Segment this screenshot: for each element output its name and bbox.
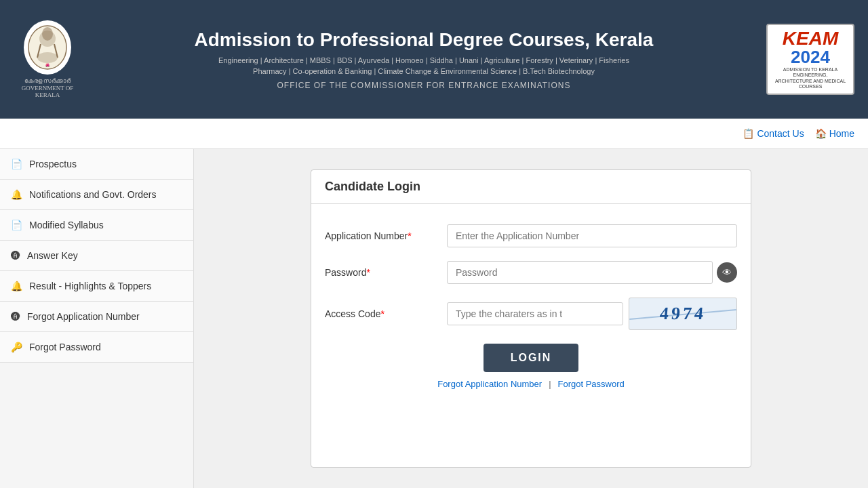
- contact-icon: 📋: [743, 128, 754, 139]
- required-marker3: *: [380, 308, 384, 319]
- keam-label: KEAM: [774, 29, 846, 48]
- login-box: Candidate Login Application Number* Pass…: [311, 169, 751, 468]
- keam-badge-area: KEAM 2024 ADMISSION TO KERALA ENGINEERIN…: [766, 24, 854, 96]
- courses-line1: Engineering | Architecture | MBBS | BDS …: [95, 56, 753, 64]
- bell-icon: 🔔: [11, 189, 22, 200]
- app-number-input[interactable]: [447, 224, 737, 247]
- required-marker2: *: [366, 267, 370, 278]
- sidebar-label-syllabus: Modified Syllabus: [29, 220, 104, 230]
- main-content: Candidate Login Application Number* Pass…: [194, 149, 868, 488]
- link-separator: |: [549, 379, 551, 389]
- sidebar-item-prospectus[interactable]: 📄 Prospectus: [0, 149, 193, 180]
- password-input[interactable]: [447, 261, 713, 284]
- key-icon: 🔑: [11, 342, 22, 352]
- document-icon: 📄: [11, 159, 22, 169]
- keam-badge: KEAM 2024 ADMISSION TO KERALA ENGINEERIN…: [766, 24, 854, 96]
- keam-year: 2024: [774, 48, 846, 66]
- sidebar-label-forgot-app: Forgot Application Number: [27, 311, 140, 322]
- password-label: Password*: [325, 267, 447, 278]
- login-links: Forgot Application Number | Forgot Passw…: [325, 379, 737, 396]
- forgot-pass-link[interactable]: Forgot Password: [558, 379, 625, 389]
- logo-area: 🌺 കേരള സർക്കാർ GOVERNMENT OF KERALA: [14, 20, 81, 98]
- sidebar-item-forgot-pass[interactable]: 🔑 Forgot Password: [0, 332, 193, 363]
- app-number-label: Application Number*: [325, 230, 447, 241]
- captcha-text: 4974: [659, 304, 707, 324]
- results-icon: 🔔: [11, 281, 22, 291]
- page-title: Admission to Professional Degree Courses…: [95, 29, 753, 51]
- gov-text: കേരള സർക്കാർ GOVERNMENT OF KERALA: [14, 77, 81, 98]
- syllabus-icon: 📄: [11, 220, 22, 230]
- toggle-password-button[interactable]: 👁: [717, 262, 737, 283]
- forgot-app-link[interactable]: Forgot Application Number: [437, 379, 542, 389]
- required-marker: *: [408, 230, 411, 241]
- access-code-label: Access Code*: [325, 308, 447, 319]
- gov-emblem: 🌺: [24, 20, 71, 75]
- home-icon: 🏠: [815, 128, 827, 139]
- sidebar-label-prospectus: Prospectus: [29, 159, 77, 169]
- courses-line2: Pharmacy | Co-operation & Banking | Clim…: [95, 67, 753, 75]
- sidebar-item-results[interactable]: 🔔 Result - Highlights & Toppers: [0, 271, 193, 302]
- password-input-area: 👁: [447, 261, 737, 284]
- svg-point-2: [42, 27, 53, 41]
- password-row: Password* 👁: [325, 261, 737, 284]
- home-link[interactable]: 🏠 Home: [815, 128, 854, 139]
- header-center: Admission to Professional Degree Courses…: [81, 29, 766, 90]
- answerkey-icon: 🅐: [11, 250, 20, 261]
- sidebar-item-answer-key[interactable]: 🅐 Answer Key: [0, 241, 193, 271]
- sidebar-label-results: Result - Highlights & Toppers: [29, 281, 151, 291]
- sidebar-label-notifications: Notifications and Govt. Orders: [29, 189, 157, 200]
- contact-us-link[interactable]: 📋 Contact Us: [743, 128, 804, 139]
- captcha-image: 4974: [629, 298, 737, 330]
- keam-sub-text: ADMISSION TO KERALA ENGINEERING, ARCHITE…: [774, 67, 846, 90]
- access-code-row: Access Code* 4974: [325, 298, 737, 330]
- forgot-app-icon: 🅐: [11, 311, 20, 322]
- login-button-row: LOGIN: [325, 344, 737, 372]
- svg-point-5: [37, 52, 58, 63]
- svg-text:🌺: 🌺: [45, 63, 50, 68]
- main-layout: 📄 Prospectus 🔔 Notifications and Govt. O…: [0, 149, 868, 488]
- navbar: 📋 Contact Us 🏠 Home: [0, 119, 868, 149]
- login-button[interactable]: LOGIN: [484, 344, 579, 372]
- sidebar-item-forgot-app[interactable]: 🅐 Forgot Application Number: [0, 302, 193, 332]
- captcha-area: 4974: [447, 298, 737, 330]
- eye-icon: 👁: [722, 267, 732, 278]
- office-title: OFFICE OF THE COMMISSIONER FOR ENTRANCE …: [95, 81, 753, 90]
- sidebar-item-syllabus[interactable]: 📄 Modified Syllabus: [0, 210, 193, 241]
- sidebar: 📄 Prospectus 🔔 Notifications and Govt. O…: [0, 149, 194, 488]
- sidebar-item-notifications[interactable]: 🔔 Notifications and Govt. Orders: [0, 180, 193, 210]
- captcha-input[interactable]: [447, 302, 623, 325]
- app-number-row: Application Number*: [325, 224, 737, 247]
- login-title: Candidate Login: [311, 170, 751, 204]
- login-form: Application Number* Password* 👁: [311, 204, 751, 416]
- sidebar-label-answer-key: Answer Key: [27, 250, 78, 261]
- page-header: 🌺 കേരള സർക്കാർ GOVERNMENT OF KERALA Admi…: [0, 0, 868, 119]
- sidebar-label-forgot-pass: Forgot Password: [29, 342, 101, 352]
